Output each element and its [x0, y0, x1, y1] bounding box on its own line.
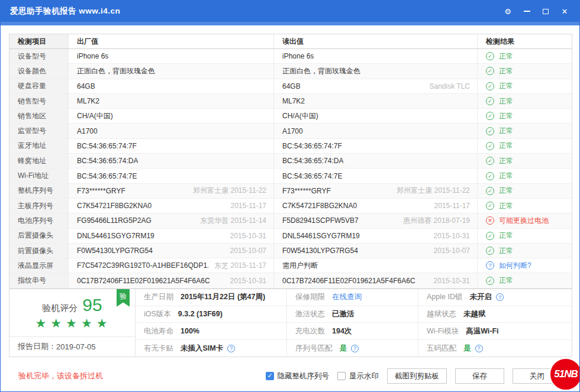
result-cell: ✓ 正常: [478, 64, 572, 78]
factory-note: 2015-10-31: [230, 232, 266, 240]
table-row: 主板序列号 C7K54721F8BG2KNA0 2015-11-17 C7K54…: [9, 199, 572, 213]
header-factory-value: 出厂值: [69, 34, 274, 48]
maximize-icon[interactable]: [540, 6, 551, 17]
report-panel: 检测项目 出厂值 读出值 检测结果 设备型号 iPhone 6s iPhone …: [9, 34, 572, 357]
checkbox-icon[interactable]: [266, 372, 274, 380]
detail-value: 高温Wi-Fi: [466, 326, 498, 336]
result-status-icon: ✓: [486, 127, 494, 135]
screenshot-to-clipboard-button[interactable]: 截图到剪贴板: [387, 368, 447, 384]
checkbox-icon[interactable]: [337, 372, 346, 380]
watermark-checkbox[interactable]: 显示水印: [337, 371, 379, 381]
detail-value: 2015年11月22日 (第47周): [181, 292, 265, 302]
score-area: 验机评分 95 ★★★★★: [9, 289, 135, 337]
detail-label: 有无卡贴: [144, 344, 173, 354]
detail-label: 充电次数: [295, 326, 325, 336]
result-cell: ✓ 正常: [478, 154, 572, 168]
watermark-label: 显示水印: [349, 371, 379, 381]
result-status-icon: ✓: [486, 82, 494, 90]
detail-cell: 五码匹配 是 ?: [418, 340, 572, 357]
result-cell: ✕ 可能更换过电池: [478, 213, 572, 228]
result-status-icon: ✓: [486, 52, 494, 60]
detail-cell: 越狱状态 未越狱: [418, 306, 572, 323]
factory-value: BC:54:36:65:74:DA: [77, 157, 138, 165]
help-icon[interactable]: ?: [496, 293, 504, 301]
detail-value: 是: [463, 344, 471, 354]
window-controls: ⚙ ✕: [502, 6, 570, 17]
table-row: 设备颜色 正面白色，背面玫瑰金色 正面白色，背面玫瑰金色 ✓ 正常: [9, 64, 572, 79]
detail-value: 9.3.2 (13F69): [178, 310, 223, 318]
read-note: 2015-10-31: [434, 232, 470, 240]
minimize-icon[interactable]: [521, 6, 532, 17]
read-value: 正面白色，背面玫瑰金色: [282, 66, 360, 76]
status-message: 验机完毕，该设备拆过机: [18, 371, 103, 381]
table-row: 设备型号 iPhone 6s iPhone 6s ✓ 正常: [9, 49, 572, 64]
result-status-icon: ✓: [486, 232, 494, 240]
result-cell: ✓ 正常: [478, 229, 572, 243]
detail-value[interactable]: 在线查询: [332, 292, 362, 302]
detail-label: 电池寿命: [144, 326, 173, 336]
row-item-label: 蜂窝地址: [9, 154, 69, 168]
result-status-icon: ✓: [486, 97, 494, 105]
row-item-label: 主板序列号: [9, 199, 69, 213]
factory-note: 2015-10-07: [230, 247, 266, 255]
read-value: F0W54130LYPG7RG54: [282, 247, 358, 255]
hide-serial-checkbox[interactable]: 隐藏整机序列号: [266, 371, 330, 381]
factory-value: F73******GRYF: [77, 187, 125, 195]
row-item-label: 销售地区: [9, 109, 69, 123]
score-box: 验 验机评分 95 ★★★★★ 报告日期： 2019-07-05: [9, 289, 136, 357]
result-text: 正常: [499, 246, 513, 256]
help-icon[interactable]: ?: [351, 345, 359, 352]
row-item-label: 设备颜色: [9, 64, 69, 78]
result-cell: ✓ 正常: [478, 199, 572, 213]
factory-value: F0W54130LYPG7RG54: [77, 247, 153, 255]
factory-note: 2015-11-17: [231, 202, 267, 210]
result-cell: ✓ 正常: [478, 169, 572, 183]
result-cell: ✓ 正常: [478, 273, 572, 287]
row-item-label: 蓝牙地址: [9, 139, 69, 153]
row-item-label: 电池序列号: [9, 213, 69, 228]
detail-label: iOS版本: [144, 309, 171, 319]
detail-cell: 充电次数 194次: [287, 323, 418, 340]
result-text: 正常: [499, 111, 513, 121]
table-row: 蜂窝地址 BC:54:36:65:74:DA BC:54:36:65:74:DA…: [9, 154, 572, 169]
factory-value: 64GB: [77, 82, 95, 90]
row-item-label: 后置摄像头: [9, 229, 69, 243]
star-icon: ★: [81, 316, 96, 330]
detail-label: 生产日期: [144, 292, 173, 302]
detail-label: 序列号匹配: [295, 344, 333, 354]
factory-note: 郑州富士康 2015-11-22: [193, 186, 266, 196]
row-item-label: 设备型号: [9, 49, 69, 63]
star-icon: ★: [66, 316, 81, 330]
report-date: 报告日期： 2019-07-05: [9, 337, 135, 357]
read-value: BC:54:36:65:74:7F: [282, 142, 342, 150]
result-cell: ✓ 正常: [478, 49, 572, 63]
star-icon: ★: [96, 316, 112, 330]
table-row: Wi-Fi地址 BC:54:36:65:74:7E BC:54:36:65:74…: [9, 169, 572, 183]
result-text: 正常: [499, 171, 513, 181]
read-value: DNL54461SGYG7RM19: [282, 232, 360, 240]
detail-value: 100%: [181, 327, 199, 335]
result-status-icon: ✓: [486, 247, 494, 255]
detail-value: 194次: [332, 326, 352, 336]
close-icon[interactable]: ✕: [559, 6, 570, 17]
read-value: BC:54:36:65:74:DA: [282, 157, 343, 165]
help-icon[interactable]: ?: [227, 345, 235, 352]
footer-bar: 验机完毕，该设备拆过机 隐藏整机序列号 显示水印 截图到剪贴板 保存 关闭: [1, 361, 579, 391]
result-text: 正常: [499, 186, 513, 196]
row-item-label: 硬盘容量: [9, 79, 69, 93]
result-cell: ✓ 正常: [478, 139, 572, 153]
settings-gear-icon[interactable]: ⚙: [502, 6, 513, 17]
result-status-icon: ✓: [486, 277, 494, 285]
result-status-icon[interactable]: ?: [486, 261, 494, 270]
table-row: 电池序列号 FG95466L11RG5P2AG 东莞华普 2015-11-14 …: [9, 213, 572, 228]
help-icon[interactable]: ?: [475, 345, 483, 352]
table-header-row: 检测项目 出厂值 读出值 检测结果: [9, 34, 572, 49]
table-row: 指纹串号 0C17B72406F11E02F019621A5F4F6A6C 20…: [9, 273, 572, 288]
result-text: 正常: [499, 126, 513, 136]
detail-value: 未越狱: [463, 309, 486, 319]
result-text[interactable]: 如何判断?: [499, 261, 531, 271]
read-note: 2015-10-31: [434, 277, 470, 285]
result-cell: ? 如何判断?: [478, 258, 572, 273]
factory-value: 正面白色，背面玫瑰金色: [77, 66, 155, 76]
save-button[interactable]: 保存: [455, 368, 504, 384]
